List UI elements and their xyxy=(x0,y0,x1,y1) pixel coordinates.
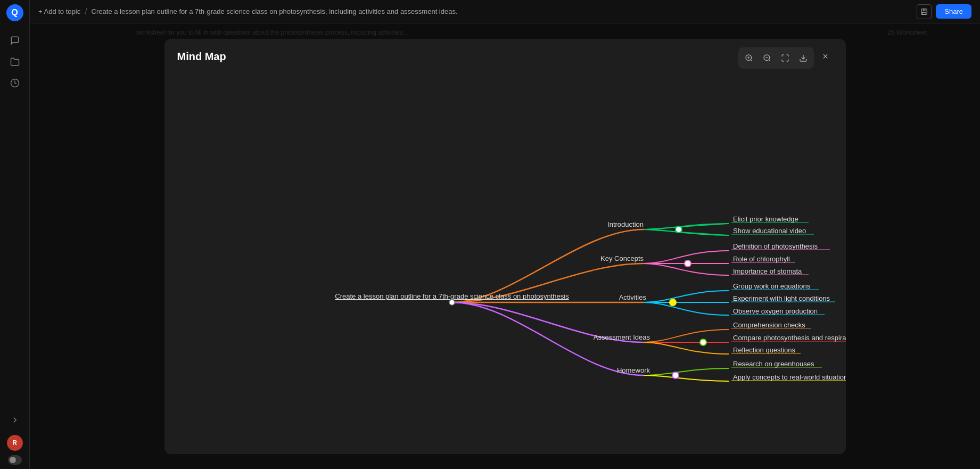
svg-point-19 xyxy=(672,372,679,379)
svg-text:Observe oxygen production: Observe oxygen production xyxy=(733,307,818,315)
mindmap-body: Create a lesson plan outline for a 7th-g… xyxy=(164,71,846,449)
svg-line-9 xyxy=(769,60,770,61)
mindmap-modal: Mind Map × xyxy=(164,39,846,454)
close-button[interactable]: × xyxy=(818,50,833,64)
svg-text:Homework: Homework xyxy=(616,366,650,374)
svg-point-14 xyxy=(449,300,455,305)
zoom-in-button[interactable] xyxy=(740,50,757,67)
svg-text:Experiment with light conditio: Experiment with light conditions xyxy=(733,294,830,302)
theme-toggle[interactable] xyxy=(8,455,22,465)
modal-toolbar xyxy=(738,47,814,69)
svg-text:Key Concepts: Key Concepts xyxy=(600,254,644,262)
breadcrumb-separator: / xyxy=(85,7,87,17)
svg-rect-3 xyxy=(923,12,926,14)
svg-text:Research on greenhouses: Research on greenhouses xyxy=(733,360,814,368)
modal-title: Mind Map xyxy=(177,51,226,63)
svg-text:Assessment Ideas: Assessment Ideas xyxy=(593,333,650,341)
svg-text:Activities: Activities xyxy=(619,293,646,301)
svg-text:Importance of stomata: Importance of stomata xyxy=(733,267,802,275)
svg-text:Definition of photosynthesis: Definition of photosynthesis xyxy=(733,242,818,250)
svg-point-18 xyxy=(700,339,706,345)
svg-line-12 xyxy=(644,224,729,229)
sidebar-icon-folder[interactable] xyxy=(6,53,23,70)
toggle-knob xyxy=(10,457,16,463)
svg-text:Elicit prior knowledge: Elicit prior knowledge xyxy=(733,215,798,223)
mindmap-container: Create a lesson plan outline for a 7th-g… xyxy=(164,71,846,449)
svg-text:Show educational video: Show educational video xyxy=(733,227,806,235)
svg-line-5 xyxy=(751,60,752,61)
modal-overlay: Mind Map × xyxy=(30,23,980,469)
svg-text:Group work on equations: Group work on equations xyxy=(733,282,811,290)
sidebar-icon-expand[interactable] xyxy=(6,412,23,429)
svg-text:Role of chlorophyll: Role of chlorophyll xyxy=(733,255,790,263)
sidebar: Q R xyxy=(0,0,30,469)
download-button[interactable] xyxy=(795,50,812,67)
svg-text:Apply concepts to real-world s: Apply concepts to real-world situations xyxy=(733,373,846,381)
svg-text:Introduction: Introduction xyxy=(607,220,644,228)
svg-point-17 xyxy=(670,299,676,306)
svg-text:Compare photosynthesis and res: Compare photosynthesis and respiration xyxy=(733,334,846,342)
add-to-topic-button[interactable]: + Add to topic xyxy=(38,7,80,15)
fit-button[interactable] xyxy=(777,50,794,67)
svg-point-16 xyxy=(685,260,691,267)
breadcrumb: Create a lesson plan outline for a 7th-g… xyxy=(92,7,913,15)
sidebar-icon-chat[interactable] xyxy=(6,32,23,49)
mindmap-svg: Create a lesson plan outline for a 7th-g… xyxy=(164,71,846,449)
svg-point-15 xyxy=(676,226,682,233)
topbar: + Add to topic / Create a lesson plan ou… xyxy=(30,0,980,23)
svg-rect-2 xyxy=(924,9,926,11)
svg-line-13 xyxy=(644,229,729,235)
topbar-actions: Share xyxy=(917,4,971,19)
app-logo: Q xyxy=(6,4,23,21)
svg-text:Comprehension checks: Comprehension checks xyxy=(733,321,805,329)
zoom-out-button[interactable] xyxy=(759,50,776,67)
svg-text:Create a lesson plan outline f: Create a lesson plan outline for a 7th-g… xyxy=(335,292,569,300)
save-icon[interactable] xyxy=(917,4,932,19)
share-button[interactable]: Share xyxy=(936,4,971,19)
avatar: R xyxy=(7,435,23,451)
sidebar-icon-history[interactable] xyxy=(6,75,23,92)
svg-text:Reflection questions: Reflection questions xyxy=(733,346,796,354)
